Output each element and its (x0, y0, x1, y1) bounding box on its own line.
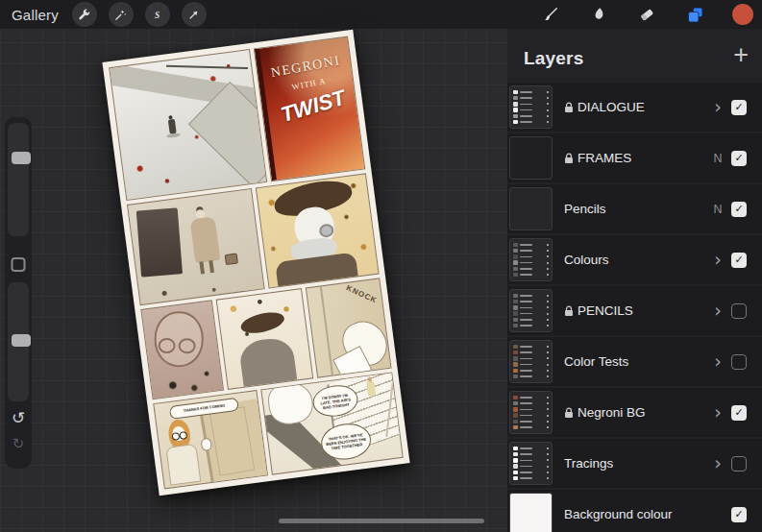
layer-thumbnail[interactable] (509, 238, 553, 281)
check-icon: ✓ (734, 508, 743, 520)
walking-figure (167, 119, 176, 134)
layer-thumbnail[interactable] (509, 289, 553, 332)
dark-door (136, 208, 183, 278)
comic-title: NEGRONI WITH A TWIST (263, 51, 356, 126)
brush-size-slider[interactable] (8, 123, 29, 236)
expand-chevron-icon[interactable]: › (706, 352, 729, 371)
mini-layer-row (513, 419, 549, 423)
layer-row[interactable]: Color Tests › ✓ (507, 337, 762, 386)
undo-button[interactable]: ↺ (5, 408, 32, 427)
trenchcoat-figure (189, 216, 220, 263)
plus-icon: + (733, 40, 749, 69)
suitcase (225, 254, 238, 266)
layers-icon (685, 5, 705, 25)
visibility-checkbox[interactable]: ✓ (731, 405, 747, 421)
visibility-checkbox[interactable]: ✓ (731, 507, 747, 522)
smudge-tool-button[interactable] (587, 3, 610, 26)
hat-from-behind (239, 309, 286, 337)
mini-layer-row (513, 401, 549, 406)
right-tool-group (539, 3, 762, 26)
expand-chevron-icon[interactable]: › (706, 403, 729, 422)
layer-thumbnail[interactable] (509, 85, 553, 129)
transform-button[interactable] (182, 2, 207, 27)
layer-row[interactable]: Negroni BG › ✓ (507, 388, 762, 437)
face-detail (178, 337, 195, 352)
layer-row[interactable]: DIALOGUE › ✓ (507, 83, 762, 132)
greeter-body (166, 443, 202, 485)
layers-panel: Layers + DIALOGUE › ✓ (507, 29, 762, 532)
layer-thumbnail[interactable] (509, 136, 553, 180)
layer-thumbnail[interactable] (509, 187, 553, 230)
brush-size-handle[interactable] (12, 152, 31, 164)
visibility-checkbox[interactable]: ✓ (731, 151, 747, 166)
layer-name: Color Tests (564, 354, 628, 369)
blend-mode-badge[interactable]: N (706, 152, 729, 165)
layer-thumbnail[interactable] (509, 442, 553, 485)
add-layer-button[interactable]: + (733, 42, 749, 68)
mini-layer-row (513, 458, 549, 463)
mini-layer-row (513, 368, 549, 373)
expand-chevron-icon[interactable]: › (706, 454, 729, 472)
canvas-artwork[interactable]: NEGRONI WITH A TWIST (102, 30, 409, 496)
comic-panel-stairs: I'M SORRY I'M LATE. THE AIR'S BAD TONIGH… (260, 372, 404, 474)
top-toolbar: Gallery S (0, 0, 762, 29)
brush-opacity-handle[interactable] (12, 334, 31, 347)
layers-panel-title: Layers (524, 48, 583, 69)
mini-layer-row (513, 273, 549, 278)
check-icon: ✓ (734, 203, 743, 215)
layer-row[interactable]: Tracings › ✓ (507, 439, 762, 488)
mini-layer-row (513, 260, 549, 265)
mini-layer-row (513, 476, 549, 481)
selection-s-icon: S (150, 8, 164, 22)
layer-row[interactable]: Colours › ✓ (507, 235, 762, 284)
eraser-tool-button[interactable] (635, 3, 658, 26)
visibility-checkbox[interactable]: ✓ (731, 456, 747, 472)
modify-button[interactable] (12, 257, 26, 272)
brush-icon (541, 5, 560, 24)
brush-tool-button[interactable] (539, 3, 562, 26)
home-indicator-bar[interactable] (279, 519, 484, 523)
selection-button[interactable]: S (145, 2, 170, 27)
layer-row[interactable]: FRAMES N › ✓ (507, 133, 762, 182)
mini-layer-row (513, 266, 549, 271)
visibility-checkbox[interactable]: ✓ (731, 303, 747, 319)
adjustments-button[interactable] (109, 2, 134, 27)
mini-layer-row (513, 324, 549, 328)
visibility-checkbox[interactable]: ✓ (731, 202, 747, 217)
check-icon: ✓ (734, 406, 743, 419)
expand-chevron-icon[interactable]: › (706, 251, 729, 269)
visibility-checkbox[interactable]: ✓ (731, 253, 747, 268)
layer-row[interactable]: Background colour › ✓ (507, 490, 762, 532)
procreate-app-window: Gallery S (0, 0, 762, 532)
expand-chevron-icon[interactable]: › (706, 302, 729, 320)
visibility-checkbox[interactable]: ✓ (731, 100, 747, 115)
lock-icon (564, 407, 574, 419)
brush-opacity-slider[interactable] (8, 282, 29, 401)
mini-layer-row (513, 375, 549, 379)
layer-thumbnail[interactable] (509, 493, 553, 532)
mini-layer-row (513, 311, 549, 316)
redo-button[interactable]: ↻ (5, 435, 32, 452)
expand-chevron-icon[interactable]: › (706, 98, 729, 116)
color-swatch-button[interactable] (731, 3, 754, 26)
layer-name: FRAMES (578, 151, 631, 165)
mini-layer-row (513, 102, 549, 107)
layer-row[interactable]: Pencils N › ✓ (507, 184, 762, 233)
layer-name: Pencils (564, 202, 606, 216)
left-tool-group: S (72, 2, 207, 27)
comic-panel-crash-scene (109, 49, 267, 201)
actions-wrench-button[interactable] (72, 2, 97, 27)
undo-icon: ↺ (12, 408, 25, 427)
mini-layer-row (513, 108, 549, 112)
mini-layer-row (513, 413, 549, 418)
layer-thumbnail[interactable] (509, 391, 553, 434)
visibility-checkbox[interactable]: ✓ (731, 354, 747, 370)
comic-panel-title: NEGRONI WITH A TWIST (254, 36, 365, 182)
layer-row[interactable]: PENCILS › ✓ (507, 286, 762, 335)
layer-name: PENCILS (578, 303, 633, 318)
layer-thumbnail[interactable] (509, 340, 553, 383)
mini-layer-row (513, 96, 549, 101)
layers-panel-button[interactable] (683, 3, 706, 26)
blend-mode-badge[interactable]: N (706, 203, 729, 216)
gallery-button[interactable]: Gallery (12, 7, 59, 23)
